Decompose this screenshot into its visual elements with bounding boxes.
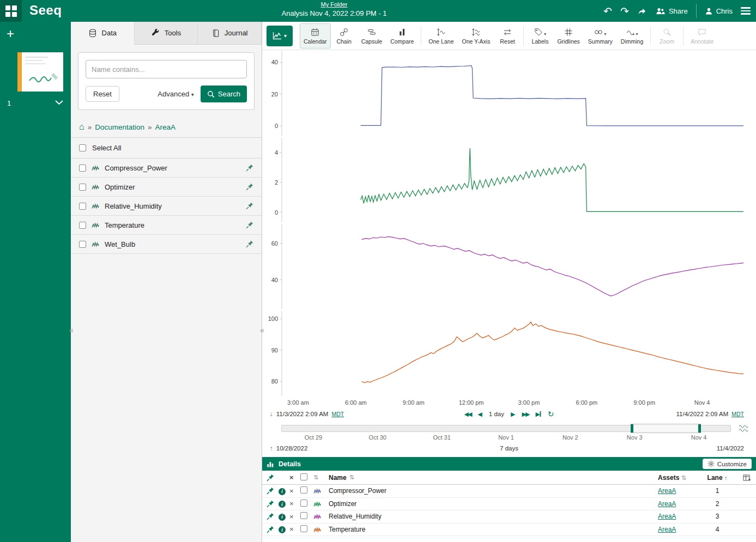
toolbar-button-labels[interactable]: ▾ Labels	[527, 23, 553, 48]
toolbar-button-calendar[interactable]: Calendar	[300, 23, 331, 48]
collapse-panel-icon[interactable]: «	[260, 326, 264, 334]
sort-icon[interactable]: ⇅	[681, 474, 686, 481]
details-row[interactable]: i × Compressor_Power AreaA 1	[262, 485, 756, 498]
pan-back-button[interactable]: ◀	[477, 411, 482, 418]
toolbar-button-chain[interactable]: Chain	[331, 23, 357, 48]
asset-link[interactable]: AreaA	[658, 526, 676, 533]
asset-link[interactable]: AreaA	[658, 500, 676, 508]
my-folder-link[interactable]: My Folder	[282, 1, 387, 8]
info-icon[interactable]: i	[279, 514, 286, 521]
reset-button[interactable]: Reset	[86, 86, 119, 102]
checkbox[interactable]	[300, 500, 307, 507]
trend-lane-Optimizer[interactable]: 024	[262, 138, 755, 222]
toolbar-button-compare[interactable]: Compare	[386, 23, 418, 48]
checkbox[interactable]	[300, 525, 307, 532]
remove-icon[interactable]: ×	[289, 513, 300, 521]
toolbar-button-dimming[interactable]: ▾ Dimming	[617, 23, 647, 48]
display-range-start[interactable]: 11/3/2022 2:09 AM	[276, 411, 329, 417]
display-range-end[interactable]: 11/4/2022 2:09 AM	[676, 411, 729, 417]
app-switcher-button[interactable]	[0, 0, 22, 22]
checkbox[interactable]	[79, 203, 86, 210]
undo-icon[interactable]: ↶	[603, 6, 612, 16]
details-row[interactable]: i × Temperature AreaA 4	[262, 523, 756, 537]
expand-investigate-icon[interactable]: ↑	[270, 445, 273, 452]
forward-history-icon[interactable]	[637, 7, 647, 15]
breadcrumb-documentation[interactable]: Documentation	[95, 123, 144, 131]
toolbar-button-summary[interactable]: ▾ Summary	[584, 23, 616, 48]
details-row[interactable]: i × Optimizer AreaA 2	[262, 498, 756, 511]
user-menu[interactable]: Chris	[705, 7, 733, 15]
pan-to-now-button[interactable]: ▶	[535, 411, 541, 418]
signal-list-item[interactable]: Relative_Humidity	[71, 197, 262, 216]
trend-lane-Temperature[interactable]: 8090100	[262, 311, 755, 395]
pin-icon[interactable]	[246, 202, 253, 210]
details-row[interactable]: i × Relative_Humidity AreaA 3	[262, 510, 756, 523]
pan-forward-fast-button[interactable]: ▶▶	[522, 411, 529, 418]
timeline-selection[interactable]	[631, 424, 700, 433]
hamburger-menu-icon[interactable]	[741, 7, 751, 15]
toolbar-button-one-lane[interactable]: One Lane	[425, 23, 457, 48]
sort-icon[interactable]: ⇅	[349, 474, 354, 481]
assets-column-header[interactable]: Assets	[658, 474, 679, 482]
signal-list-item[interactable]: Compressor_Power	[71, 159, 262, 178]
timezone-link[interactable]: MDT	[731, 411, 744, 417]
trend-lane-Compressor_Power[interactable]: 02040	[262, 51, 755, 136]
pin-icon[interactable]	[246, 164, 253, 172]
lane-column-header[interactable]: Lane	[707, 474, 723, 482]
chevron-down-icon[interactable]	[55, 100, 63, 105]
pin-column-icon[interactable]	[262, 474, 279, 482]
pin-icon[interactable]	[246, 240, 253, 248]
breadcrumb-areaa[interactable]: AreaA	[155, 123, 176, 131]
remove-all-icon[interactable]: ×	[289, 473, 300, 482]
pin-icon[interactable]	[246, 183, 253, 191]
timezone-link[interactable]: MDT	[331, 411, 344, 417]
checkbox[interactable]	[79, 165, 86, 172]
refresh-button[interactable]: ↻	[548, 410, 554, 418]
column-config-icon[interactable]	[733, 474, 756, 482]
asset-link[interactable]: AreaA	[658, 487, 676, 495]
pin-icon[interactable]	[246, 221, 253, 229]
search-input[interactable]	[86, 60, 247, 78]
worksheet-thumbnail[interactable]	[22, 52, 63, 92]
sort-ascending-icon[interactable]: ↑	[724, 474, 728, 481]
pan-back-fast-button[interactable]: ◀◀	[464, 411, 471, 418]
view-mode-dropdown[interactable]: ▾	[267, 26, 293, 46]
advanced-dropdown[interactable]: Advanced ▾	[158, 90, 193, 98]
add-worksheet-button[interactable]: +	[7, 27, 17, 40]
pin-icon[interactable]	[262, 487, 279, 495]
toolbar-button-reset[interactable]: Reset	[494, 23, 520, 48]
info-icon[interactable]: i	[279, 526, 286, 533]
selection-handle-right[interactable]	[698, 424, 701, 433]
timeline-scrubber[interactable]	[281, 425, 731, 432]
select-all-checkbox[interactable]	[79, 144, 86, 151]
capsule-time-icon[interactable]	[739, 424, 748, 433]
checkbox[interactable]	[300, 512, 307, 519]
checkbox[interactable]	[79, 241, 86, 248]
selection-handle-left[interactable]	[631, 424, 633, 433]
search-button[interactable]: Search	[201, 86, 247, 102]
checkbox[interactable]	[79, 184, 86, 191]
sort-type-icon[interactable]: ⇅	[313, 474, 329, 481]
signal-list-item[interactable]: Temperature	[71, 216, 262, 235]
tab-data[interactable]: Data	[71, 22, 135, 45]
redo-icon[interactable]: ↷	[620, 6, 629, 16]
pan-forward-button[interactable]: ▶	[511, 411, 515, 418]
remove-icon[interactable]: ×	[289, 487, 300, 495]
duration-label[interactable]: 1 day	[489, 411, 504, 417]
info-icon[interactable]: i	[279, 488, 286, 495]
select-all-rows-checkbox[interactable]	[300, 473, 307, 480]
customize-button[interactable]: Customize	[703, 459, 752, 469]
remove-icon[interactable]: ×	[289, 500, 300, 508]
tab-journal[interactable]: Journal	[198, 22, 262, 44]
pin-icon[interactable]	[262, 500, 279, 508]
pin-icon[interactable]	[262, 526, 279, 533]
expand-range-start-icon[interactable]: ↓	[270, 411, 273, 417]
asset-link[interactable]: AreaA	[658, 513, 676, 520]
trend-chart[interactable]: 0204002440608090100	[262, 50, 756, 398]
info-icon[interactable]: i	[279, 501, 286, 508]
checkbox[interactable]	[79, 222, 86, 229]
toolbar-button-one-y-axis[interactable]: One Y-Axis	[458, 23, 494, 48]
tab-tools[interactable]: Tools	[135, 22, 198, 44]
remove-icon[interactable]: ×	[289, 525, 300, 533]
share-button[interactable]: Share	[655, 7, 688, 15]
